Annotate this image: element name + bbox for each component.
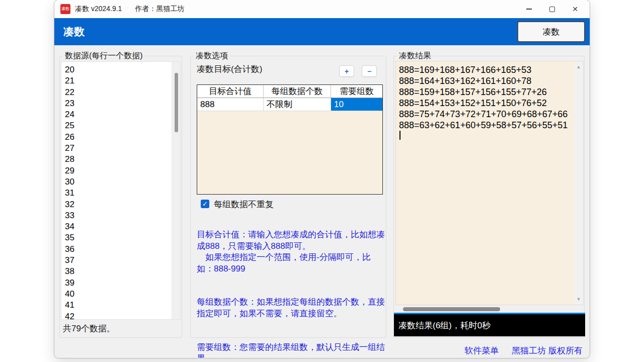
window-controls: ✕ — [517, 0, 587, 18]
app-header: 凑数 凑数 — [54, 18, 590, 45]
results-group-label: 凑数结果 — [397, 51, 433, 61]
window-title: 凑数 v2024.9.1 — [75, 5, 122, 14]
datasource-group: 数据源(每行一个数据) 2021222324252627282930313233… — [59, 56, 182, 338]
close-button[interactable]: ✕ — [564, 0, 587, 18]
result-line: 888=75+74+73+72+71+70+69+68+67+66 — [399, 109, 583, 120]
results-textbox[interactable]: 888=169+168+167+166+165+53888=164+163+16… — [395, 61, 584, 305]
status-bar: 凑数结果(6组)，耗时0秒 — [394, 313, 585, 336]
cell-target-sum[interactable]: 888 — [197, 98, 264, 111]
copyright-link[interactable]: 黑猫工坊 版权所有 — [512, 345, 583, 356]
no-repeat-checkbox[interactable]: ✓ — [201, 200, 209, 208]
text-caret — [399, 131, 400, 140]
page-title: 凑数 — [63, 25, 85, 39]
list-item: 36 — [65, 244, 180, 255]
no-repeat-checkbox-label: 每组数据不重复 — [214, 199, 274, 210]
target-label: 凑数目标(合计数) — [197, 63, 262, 75]
list-item: 28 — [65, 154, 180, 165]
results-lines: 888=169+168+167+166+165+53888=164+163+16… — [396, 61, 583, 140]
help-paragraph-target: 目标合计值：请输入您想凑成的合计值，比如想凑成888，只需要输入888即可。 如… — [197, 229, 386, 275]
list-item: 39 — [65, 278, 180, 289]
list-item: 34 — [65, 221, 180, 232]
scroll-down-icon[interactable]: ▼ — [574, 297, 583, 302]
datasource-list-items: 2021222324252627282930313233343536373839… — [61, 62, 180, 320]
list-item: 25 — [65, 120, 180, 131]
check-icon: ✓ — [202, 200, 208, 208]
list-item: 27 — [65, 143, 180, 154]
app-icon: 凑数 — [60, 4, 70, 14]
list-item: 38 — [65, 266, 180, 277]
results-group: 凑数结果 888=169+168+167+166+165+53888=164+1… — [393, 56, 585, 338]
list-item: 31 — [65, 188, 180, 199]
result-line: 888=164+163+162+161+160+78 — [399, 75, 583, 86]
scroll-up-icon[interactable]: ▲ — [574, 64, 583, 69]
result-line: 888=159+158+157+156+155+77+26 — [399, 86, 583, 98]
minimize-icon — [526, 9, 532, 9]
list-item: 35 — [65, 232, 180, 243]
options-group-label: 凑数选项 — [194, 51, 230, 61]
col-header-target-sum: 目标合计值 — [197, 85, 264, 98]
footer: 软件菜单 黑猫工坊 版权所有 — [464, 345, 583, 356]
help-paragraph-group-count: 需要组数：您需要的结果组数，默认只生成一组结果。 — [197, 342, 386, 358]
maximize-button[interactable] — [540, 0, 564, 18]
cell-group-size[interactable]: 不限制 — [264, 98, 331, 111]
datasource-scrollbar-thumb[interactable] — [175, 73, 178, 132]
plus-icon: + — [345, 67, 349, 75]
result-line: 888=169+168+167+166+165+53 — [399, 64, 583, 75]
app-window: 凑数 凑数 v2024.9.1 作者：黑猫工坊 ✕ 凑数 凑数 数据源(每行一个… — [54, 0, 590, 358]
titlebar: 凑数 凑数 v2024.9.1 作者：黑猫工坊 ✕ — [54, 0, 590, 18]
result-line: 888=154+153+152+151+150+76+52 — [399, 98, 583, 109]
list-item: 40 — [65, 289, 180, 300]
list-item: 22 — [65, 87, 180, 98]
add-target-button[interactable]: + — [339, 65, 354, 77]
software-menu-link[interactable]: 软件菜单 — [464, 345, 499, 356]
status-text: 凑数结果(6组)，耗时0秒 — [398, 320, 491, 331]
results-scrollbar[interactable]: ▲ ▼ — [574, 61, 583, 305]
result-line: 888=63+62+61+60+59+58+57+56+55+51 — [399, 120, 583, 131]
minus-icon: − — [367, 67, 371, 75]
options-group: 凑数选项 凑数目标(合计数) + − 目标合计值 每组数据个数 需要组数 888… — [190, 56, 386, 338]
col-header-group-count: 需要组数 — [331, 85, 382, 98]
list-item: 42 — [65, 311, 180, 320]
list-item: 37 — [65, 255, 180, 266]
table-row: 888 不限制 10 — [197, 98, 382, 111]
help-paragraph-group-size: 每组数据个数：如果想指定每组的数据个数，直接指定即可，如果不需要，请直接留空。 — [197, 297, 386, 319]
list-item: 41 — [65, 300, 180, 311]
datasource-group-label: 数据源(每行一个数据) — [63, 51, 145, 61]
list-item: 21 — [65, 75, 180, 86]
results-hscrollbar[interactable] — [395, 307, 584, 312]
close-icon: ✕ — [572, 5, 578, 13]
list-item: 32 — [65, 199, 180, 210]
datasource-scrollbar[interactable] — [172, 62, 180, 319]
target-table: 目标合计值 每组数据个数 需要组数 888 不限制 10 — [197, 84, 383, 195]
list-item: 33 — [65, 210, 180, 221]
remove-target-button[interactable]: − — [362, 65, 377, 77]
cell-group-count[interactable]: 10 — [331, 98, 382, 111]
results-hscrollbar-thumb[interactable] — [403, 307, 500, 311]
col-header-group-size: 每组数据个数 — [264, 85, 331, 98]
list-item: 20 — [65, 64, 180, 75]
list-item: 24 — [65, 109, 180, 120]
help-text: 目标合计值：请输入您想凑成的合计值，比如想凑成888，只需要输入888即可。 如… — [197, 218, 386, 358]
list-item: 23 — [65, 98, 180, 109]
minimize-button[interactable] — [517, 0, 540, 18]
target-table-header: 目标合计值 每组数据个数 需要组数 — [197, 85, 382, 98]
datasource-count-label: 共79个数据。 — [63, 323, 115, 334]
list-item: 26 — [65, 132, 180, 143]
window-author: 作者：黑猫工坊 — [135, 5, 184, 14]
run-button[interactable]: 凑数 — [517, 21, 585, 42]
datasource-textbox[interactable]: 2021222324252627282930313233343536373839… — [61, 61, 181, 320]
list-item: 30 — [65, 176, 180, 188]
maximize-icon — [549, 7, 555, 12]
list-item: 29 — [65, 165, 180, 176]
